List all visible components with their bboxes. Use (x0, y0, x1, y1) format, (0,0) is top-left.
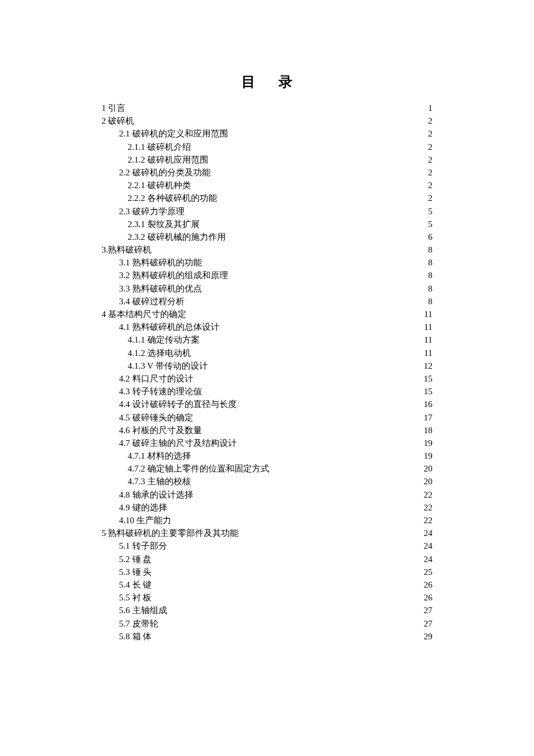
toc-entry: 4 基本结构尺寸的确定11 (102, 308, 432, 321)
toc-entry: 5.8 箱 体29 (102, 630, 432, 643)
toc-entry-label: 2.1 破碎机的定义和应用范围 (119, 127, 228, 140)
toc-entry-page: 8 (428, 282, 433, 295)
toc-entry: 4.3 转子转速的理论值15 (102, 385, 432, 398)
toc-entry-page: 22 (424, 488, 432, 501)
toc-entry: 4.2 料口尺寸的设计15 (102, 372, 432, 385)
toc-entry-label: 4.4 设计破碎转子的直径与长度 (119, 398, 237, 411)
toc-entry: 4.7.1 材料的选择19 (102, 449, 432, 462)
toc-entry: 3.2 熟料破碎机的组成和原理8 (102, 269, 432, 282)
toc-entry: 2.2.2 各种破碎机的功能2 (102, 192, 432, 204)
toc-entry: 5.1 转子部分24 (102, 539, 432, 552)
toc-entry-label: 5.3 锤 头 (119, 566, 151, 578)
toc-entry-label: 4.1 熟料破碎机的总体设计 (119, 321, 219, 333)
toc-entry: 4.7.3 主轴的校核20 (102, 475, 432, 488)
toc-entry-page: 1 (428, 102, 433, 114)
toc-entry-label: 4.7.1 材料的选择 (128, 449, 191, 462)
toc-entry: 2 破碎机2 (102, 114, 432, 127)
toc-entry-label: 4.5 破碎锤头的确定 (119, 411, 193, 424)
toc-entry-page: 2 (428, 179, 433, 192)
toc-entry: 5.7 皮带轮27 (102, 617, 432, 630)
toc-entry-page: 22 (424, 501, 432, 514)
toc-entry-page: 8 (428, 295, 433, 308)
toc-entry-label: 1 引言 (102, 102, 125, 114)
toc-entry-page: 6 (428, 231, 433, 243)
toc-entry-label: 4.6 衬板的尺寸及数量 (119, 424, 202, 437)
toc-entry-page: 19 (424, 437, 432, 449)
toc-entry-label: 4.1.1 确定传动方案 (128, 333, 200, 346)
toc-entry-page: 24 (424, 527, 432, 539)
toc-entry-page: 15 (424, 372, 432, 385)
toc-entry-label: 2 破碎机 (102, 114, 134, 127)
toc-entry-label: 5.2 锤 盘 (119, 553, 151, 566)
toc-entry: 4.10 生产能力22 (102, 514, 432, 527)
toc-entry-label: 4.1.3 V 带传动的设计 (128, 359, 208, 372)
toc-entry: 5.6 主轴组成27 (102, 604, 432, 617)
toc-entry: 5.5 衬 板26 (102, 591, 432, 604)
toc-entry-page: 26 (424, 578, 432, 591)
toc-entry: 3.4 破碎过程分析8 (102, 295, 432, 308)
toc-entry-label: 2.1.2 破碎机应用范围 (128, 153, 208, 166)
toc-entry: 2.1.2 破碎机应用范围2 (102, 153, 432, 166)
toc-entry-page: 2 (428, 141, 433, 153)
toc-entry-page: 15 (424, 385, 432, 398)
toc-entry-page: 8 (428, 269, 433, 282)
toc-entry-label: 4.9 键的选择 (119, 501, 167, 514)
toc-entry: 4.1.1 确定传动方案11 (102, 333, 432, 346)
toc-entry-page: 20 (424, 462, 432, 475)
toc-entry-page: 20 (424, 475, 432, 488)
toc-entry-label: 5.1 转子部分 (119, 539, 167, 552)
toc-entry: 1 引言1 (102, 102, 432, 114)
toc-entry-label: 4.3 转子转速的理论值 (119, 385, 202, 398)
toc-entry-label: 4.2 料口尺寸的设计 (119, 372, 193, 385)
toc-entry-label: 4.7.2 确定轴上零件的位置和固定方式 (128, 462, 269, 475)
toc-entry-page: 2 (428, 153, 433, 166)
toc-entry-label: 5 熟料破碎机的主要零部件及其功能 (102, 527, 239, 539)
toc-entry: 2.2 破碎机的分类及功能2 (102, 166, 432, 179)
toc-entry-label: 5.6 主轴组成 (119, 604, 167, 617)
toc-entry-page: 11 (424, 321, 432, 333)
toc-entry: 4.9 键的选择22 (102, 501, 432, 514)
toc-entry: 2.3.1 裂纹及其扩展5 (102, 218, 432, 231)
toc-entry: 4.7.2 确定轴上零件的位置和固定方式20 (102, 462, 432, 475)
toc-entry-label: 5.5 衬 板 (119, 591, 151, 604)
toc-entry: 5.4 长 键26 (102, 578, 432, 591)
toc-entry-page: 22 (424, 514, 432, 527)
toc-entry-page: 27 (424, 604, 432, 617)
toc-entry-label: 3.2 熟料破碎机的组成和原理 (119, 269, 228, 282)
toc-entry-page: 5 (428, 205, 433, 218)
toc-entry-label: 3.1 熟料破碎机的功能 (119, 256, 202, 269)
toc-entry-page: 26 (424, 591, 432, 604)
toc-entry-label: 4.10 生产能力 (119, 514, 171, 527)
toc-entry-page: 8 (428, 256, 433, 269)
toc-entry-label: 2.2 破碎机的分类及功能 (119, 166, 211, 179)
toc-entry-page: 11 (424, 308, 432, 321)
toc-entry-page: 2 (428, 127, 433, 140)
toc-entry-page: 16 (424, 398, 432, 411)
toc-entry: 2.1 破碎机的定义和应用范围2 (102, 127, 432, 140)
toc-entry-page: 24 (424, 539, 432, 552)
toc-entry-page: 19 (424, 449, 432, 462)
toc-entry: 5.2 锤 盘24 (102, 553, 432, 566)
page-title: 目录 (102, 73, 432, 91)
toc-entry-label: 5.4 长 键 (119, 578, 151, 591)
toc-entry-label: 2.1.1 破碎机介绍 (128, 141, 191, 153)
toc-entry-label: 2.2.1 破碎机种类 (128, 179, 191, 192)
toc-entry: 5 熟料破碎机的主要零部件及其功能24 (102, 527, 432, 539)
toc-entry-label: 4 基本结构尺寸的确定 (102, 308, 186, 321)
toc-entry: 3.1 熟料破碎机的功能8 (102, 256, 432, 269)
toc-entry-page: 17 (424, 411, 432, 424)
toc-entry-page: 25 (424, 566, 432, 578)
toc-entry: 2.3.2 破碎机械的施力作用6 (102, 231, 432, 243)
toc-entry: 5.3 锤 头25 (102, 566, 432, 578)
toc-entry: 2.2.1 破碎机种类2 (102, 179, 432, 192)
toc-entry: 4.1.2 选择电动机11 (102, 347, 432, 359)
toc-entry: 4.7 破碎主轴的尺寸及结构设计19 (102, 437, 432, 449)
toc-entry: 2.1.1 破碎机介绍2 (102, 141, 432, 153)
toc-entry-label: 2.2.2 各种破碎机的功能 (128, 192, 217, 204)
toc-entry: 4.6 衬板的尺寸及数量18 (102, 424, 432, 437)
toc-entry: 4.8 轴承的设计选择22 (102, 488, 432, 501)
toc-entry-label: 5.7 皮带轮 (119, 617, 158, 630)
toc-entry-page: 24 (424, 553, 432, 566)
toc-entry-label: 4.7.3 主轴的校核 (128, 475, 191, 488)
toc-entry-page: 12 (424, 359, 432, 372)
